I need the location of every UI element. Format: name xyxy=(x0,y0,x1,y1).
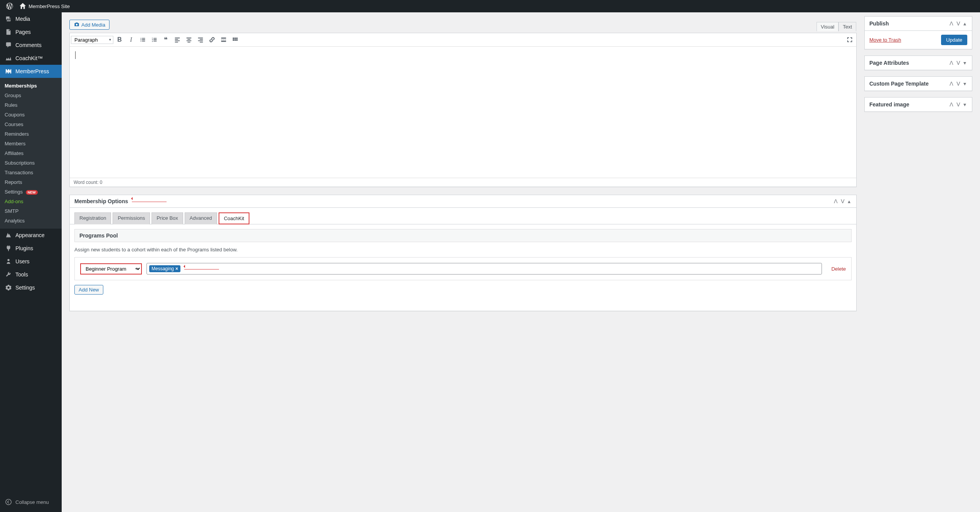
submenu-affiliates[interactable]: Affiliates xyxy=(0,148,62,158)
fullscreen-button[interactable] xyxy=(844,34,855,45)
cohort-tag-input[interactable]: Messaging × xyxy=(146,263,822,275)
more-icon xyxy=(220,36,227,43)
move-down-icon[interactable]: ᐯ xyxy=(955,20,961,27)
add-new-button[interactable]: Add New xyxy=(74,285,103,295)
bullet-list-button[interactable] xyxy=(137,34,148,45)
submenu-reminders[interactable]: Reminders xyxy=(0,129,62,139)
kitchen-sink-icon xyxy=(232,36,239,43)
tab-registration[interactable]: Registration xyxy=(74,212,111,224)
menu-coachkit[interactable]: CoachKit™ xyxy=(0,52,62,65)
submenu-settings[interactable]: Settings NEW xyxy=(0,187,62,197)
wordpress-logo[interactable] xyxy=(3,3,16,10)
tab-price-box[interactable]: Price Box xyxy=(152,212,183,224)
move-up-icon[interactable]: ᐱ xyxy=(948,20,955,27)
collapse-menu[interactable]: Collapse menu xyxy=(0,495,62,509)
tab-permissions[interactable]: Permissions xyxy=(113,212,150,224)
move-up-icon[interactable]: ᐱ xyxy=(833,198,839,204)
publish-header[interactable]: Publish ᐱ ᐯ ▴ xyxy=(865,17,972,30)
custom-template-header[interactable]: Custom Page Template ᐱ ᐯ ▾ xyxy=(865,77,972,91)
editor-body[interactable] xyxy=(70,47,856,178)
move-up-icon[interactable]: ᐱ xyxy=(948,81,955,87)
annotation-arrow xyxy=(132,198,167,204)
main-column: Add Media Visual Text Paragraph B I xyxy=(69,12,857,311)
submenu-memberships[interactable]: Memberships xyxy=(0,81,62,91)
membership-options-box: Membership Options ᐱ ᐯ ▴ Registration Pe… xyxy=(69,195,857,311)
program-select[interactable]: Beginner Program xyxy=(80,263,142,275)
align-center-button[interactable] xyxy=(184,34,194,45)
toolbar-toggle-button[interactable] xyxy=(230,34,241,45)
membership-options-header[interactable]: Membership Options ᐱ ᐯ ▴ xyxy=(70,195,856,208)
submenu-smtp[interactable]: SMTP xyxy=(0,206,62,216)
featured-image-title: Featured image xyxy=(869,101,948,108)
page-attributes-title: Page Attributes xyxy=(869,60,948,66)
add-media-button[interactable]: Add Media xyxy=(69,20,109,30)
menu-appearance[interactable]: Appearance xyxy=(0,229,62,242)
list-ol-icon xyxy=(151,36,158,43)
camera-icon xyxy=(74,22,80,28)
submenu-rules[interactable]: Rules xyxy=(0,100,62,110)
menu-appearance-label: Appearance xyxy=(15,232,45,238)
move-down-icon[interactable]: ᐯ xyxy=(840,198,846,204)
annotation-arrow-2 xyxy=(184,266,219,272)
site-name-link[interactable]: MemberPress Site xyxy=(16,3,73,10)
home-icon xyxy=(19,3,26,10)
readmore-button[interactable] xyxy=(218,34,229,45)
link-icon xyxy=(209,36,216,43)
align-left-button[interactable] xyxy=(172,34,183,45)
toggle-icon[interactable]: ▾ xyxy=(962,81,967,87)
format-select[interactable]: Paragraph xyxy=(71,36,113,44)
menu-tools[interactable]: Tools xyxy=(0,268,62,281)
submenu-members[interactable]: Members xyxy=(0,139,62,148)
bold-button[interactable]: B xyxy=(114,34,125,45)
submenu-addons[interactable]: Add-ons xyxy=(0,197,62,206)
tab-advanced[interactable]: Advanced xyxy=(185,212,217,224)
tab-coachkit[interactable]: CoachKit xyxy=(219,212,250,224)
italic-button[interactable]: I xyxy=(126,34,136,45)
menu-memberpress[interactable]: MemberPress xyxy=(0,65,62,78)
submenu-groups[interactable]: Groups xyxy=(0,91,62,100)
link-button[interactable] xyxy=(207,34,217,45)
toggle-icon[interactable]: ▾ xyxy=(962,60,967,66)
delete-program-link[interactable]: Delete xyxy=(831,266,846,272)
text-tab[interactable]: Text xyxy=(839,22,856,31)
move-down-icon[interactable]: ᐯ xyxy=(955,81,961,87)
programs-pool-heading: Programs Pool xyxy=(74,229,852,242)
menu-plugins[interactable]: Plugins xyxy=(0,242,62,255)
editor-footer: Word count: 0 xyxy=(70,178,856,187)
submenu-analytics[interactable]: Analytics xyxy=(0,216,62,226)
publish-title: Publish xyxy=(869,20,948,27)
tag-remove-icon[interactable]: × xyxy=(175,266,178,271)
number-list-button[interactable] xyxy=(149,34,160,45)
menu-comments[interactable]: Comments xyxy=(0,39,62,52)
move-to-trash-link[interactable]: Move to Trash xyxy=(869,37,901,43)
blockquote-button[interactable]: ❝ xyxy=(160,34,171,45)
submenu-coupons[interactable]: Coupons xyxy=(0,110,62,120)
page-attributes-header[interactable]: Page Attributes ᐱ ᐯ ▾ xyxy=(865,56,972,70)
submenu-transactions[interactable]: Transactions xyxy=(0,168,62,177)
menu-settings[interactable]: Settings xyxy=(0,281,62,294)
submenu-subscriptions[interactable]: Subscriptions xyxy=(0,158,62,168)
update-button[interactable]: Update xyxy=(941,35,967,45)
submenu-memberpress: Memberships Groups Rules Coupons Courses… xyxy=(0,78,62,229)
appearance-icon xyxy=(5,231,12,239)
align-right-button[interactable] xyxy=(195,34,206,45)
side-column: Publish ᐱ ᐯ ▴ Move to Trash Update Page … xyxy=(864,16,972,118)
align-right-icon xyxy=(197,36,204,43)
move-up-icon[interactable]: ᐱ xyxy=(948,60,955,66)
submenu-reports[interactable]: Reports xyxy=(0,177,62,187)
move-up-icon[interactable]: ᐱ xyxy=(948,101,955,108)
content-area: Add Media Visual Text Paragraph B I xyxy=(62,12,980,512)
submenu-courses[interactable]: Courses xyxy=(0,120,62,129)
move-down-icon[interactable]: ᐯ xyxy=(955,101,961,108)
menu-media[interactable]: Media xyxy=(0,12,62,25)
menu-users[interactable]: Users xyxy=(0,255,62,268)
collapse-icon xyxy=(5,498,12,506)
menu-settings-label: Settings xyxy=(15,285,35,291)
toggle-icon[interactable]: ▴ xyxy=(847,198,852,204)
toggle-icon[interactable]: ▴ xyxy=(962,20,967,27)
featured-image-header[interactable]: Featured image ᐱ ᐯ ▾ xyxy=(865,98,972,111)
visual-tab[interactable]: Visual xyxy=(817,22,839,31)
move-down-icon[interactable]: ᐯ xyxy=(955,60,961,66)
toggle-icon[interactable]: ▾ xyxy=(962,101,967,108)
menu-pages[interactable]: Pages xyxy=(0,25,62,39)
